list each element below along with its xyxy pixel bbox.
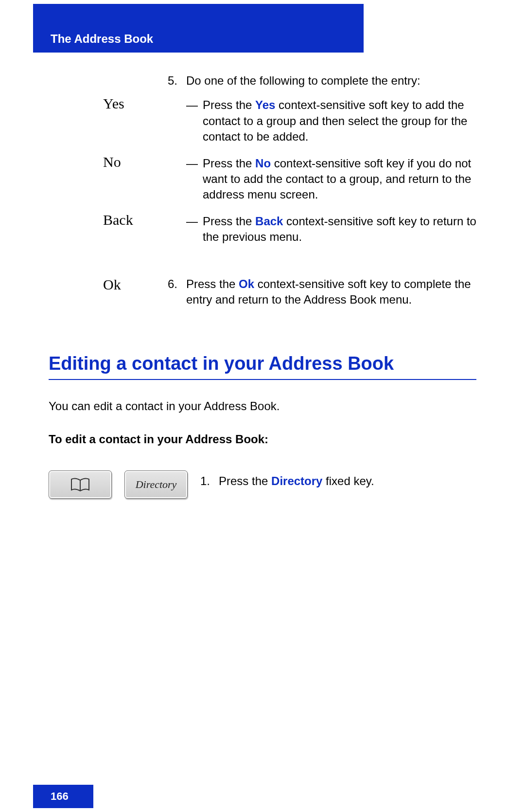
- step-number: 1.: [200, 473, 219, 489]
- step-5-intro: 5. Do one of the following to complete t…: [168, 73, 476, 89]
- procedure-title: To edit a contact in your Address Book:: [49, 433, 476, 446]
- open-book-icon: [70, 477, 90, 492]
- key-ok: Ok: [239, 277, 254, 290]
- step-1-row: Directory 1. Press the Directory fixed k…: [49, 470, 476, 499]
- step-5-row: 5. Do one of the following to complete t…: [49, 73, 476, 95]
- key-back: Back: [255, 215, 283, 228]
- step-6: 6. Press the Ok context-sensitive soft k…: [168, 276, 476, 308]
- softkey-back: Back: [49, 212, 168, 228]
- directory-key-label: Directory: [136, 478, 177, 491]
- step-5-option-no: No — Press the No context-sensitive soft…: [49, 154, 476, 212]
- softkey-ok: Ok: [49, 276, 168, 293]
- em-dash: —: [186, 97, 203, 144]
- key-yes: Yes: [255, 98, 275, 111]
- option-yes-text: Press the Yes context-sensitive soft key…: [203, 97, 476, 144]
- directory-key-button: Directory: [124, 470, 188, 499]
- page-number: 166: [51, 790, 69, 803]
- header-band: The Address Book: [33, 4, 364, 53]
- section-heading-editing-contact: Editing a contact in your Address Book: [49, 353, 476, 380]
- em-dash: —: [186, 214, 203, 245]
- softkey-no: No: [49, 154, 168, 170]
- key-no: No: [255, 157, 271, 170]
- step-number: 6.: [168, 276, 186, 308]
- softkey-yes: Yes: [49, 95, 168, 112]
- manual-page: The Address Book 5. Do one of the follow…: [0, 0, 525, 812]
- footer-page-number-band: 166: [33, 785, 93, 808]
- section-intro: You can edit a contact in your Address B…: [49, 399, 476, 413]
- step-5-option-yes: Yes — Press the Yes context-sensitive so…: [49, 95, 476, 153]
- header-title: The Address Book: [51, 32, 364, 46]
- key-directory: Directory: [271, 474, 322, 487]
- step-5-intro-text: Do one of the following to complete the …: [186, 73, 476, 89]
- directory-key-icon: [49, 470, 112, 499]
- step-6-row: Ok 6. Press the Ok context-sensitive sof…: [49, 276, 476, 315]
- step-5-option-back: Back — Press the Back context-sensitive …: [49, 212, 476, 254]
- step-1: 1. Press the Directory fixed key.: [200, 473, 476, 489]
- option-no-text: Press the No context-sensitive soft key …: [203, 156, 476, 203]
- step-6-text: Press the Ok context-sensitive soft key …: [186, 276, 476, 308]
- step-number: 5.: [168, 73, 186, 89]
- em-dash: —: [186, 156, 203, 203]
- option-back-text: Press the Back context-sensitive soft ke…: [203, 214, 476, 245]
- page-content: 5. Do one of the following to complete t…: [49, 73, 476, 499]
- step-1-text: Press the Directory fixed key.: [219, 473, 476, 489]
